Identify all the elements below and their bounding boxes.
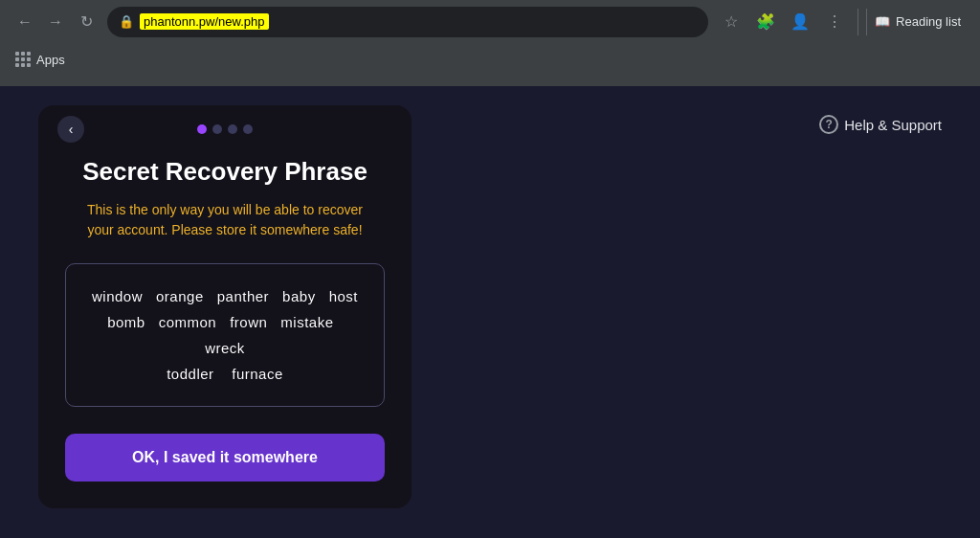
main-card: ‹ Secret Recovery Phrase This is the onl… bbox=[38, 105, 412, 508]
address-bar[interactable]: 🔒 phantonn.pw/new.php bbox=[107, 7, 708, 37]
reload-button[interactable]: ↻ bbox=[73, 9, 100, 35]
card-warning: This is the only way you will be able to… bbox=[87, 200, 363, 240]
step-dot-2 bbox=[212, 124, 222, 134]
page-content: 👻 Phantom Beta! ? Help & Support ‹ Secre… bbox=[0, 86, 980, 538]
step-dot-3 bbox=[228, 124, 237, 134]
help-label: Help & Support bbox=[844, 117, 942, 133]
profile-button[interactable]: 👤 bbox=[785, 7, 815, 37]
step-dot-1 bbox=[197, 124, 207, 134]
step-dot-4 bbox=[243, 124, 253, 134]
back-button[interactable]: ← bbox=[11, 9, 38, 35]
browser-chrome: ← → ↻ 🔒 phantonn.pw/new.php ☆ 🧩 👤 ⋮ 📖 Re… bbox=[0, 0, 980, 86]
apps-label: Apps bbox=[36, 53, 65, 67]
seed-phrase-text: window orange panther baby host bomb com… bbox=[89, 283, 361, 387]
step-indicators: ‹ bbox=[65, 124, 385, 134]
apps-link[interactable]: Apps bbox=[15, 52, 65, 67]
menu-button[interactable]: ⋮ bbox=[819, 7, 850, 37]
help-icon: ? bbox=[819, 115, 838, 134]
card-title: Secret Recovery Phrase bbox=[82, 157, 368, 187]
apps-grid-icon bbox=[15, 52, 31, 67]
reading-list-label: Reading list bbox=[896, 14, 961, 29]
bookmarks-bar: Apps bbox=[0, 43, 980, 76]
toolbar-divider bbox=[858, 9, 858, 35]
toolbar-right: ☆ 🧩 👤 ⋮ 📖 Reading list bbox=[716, 7, 969, 37]
card-back-button[interactable]: ‹ bbox=[57, 116, 84, 143]
ok-saved-button[interactable]: OK, I saved it somewhere bbox=[65, 434, 385, 482]
reading-list-icon: 📖 bbox=[875, 14, 890, 29]
browser-toolbar: ← → ↻ 🔒 phantonn.pw/new.php ☆ 🧩 👤 ⋮ 📖 Re… bbox=[0, 0, 980, 43]
extensions-button[interactable]: 🧩 bbox=[750, 7, 781, 37]
lock-icon: 🔒 bbox=[119, 14, 134, 29]
seed-phrase-box: window orange panther baby host bomb com… bbox=[65, 263, 385, 407]
forward-button[interactable]: → bbox=[42, 9, 69, 35]
url-text: phantonn.pw/new.php bbox=[140, 13, 269, 30]
reading-list-area[interactable]: 📖 Reading list bbox=[866, 9, 969, 35]
help-support-link[interactable]: ? Help & Support bbox=[819, 115, 942, 134]
bookmark-star-button[interactable]: ☆ bbox=[716, 7, 746, 37]
nav-buttons: ← → ↻ bbox=[11, 9, 100, 35]
